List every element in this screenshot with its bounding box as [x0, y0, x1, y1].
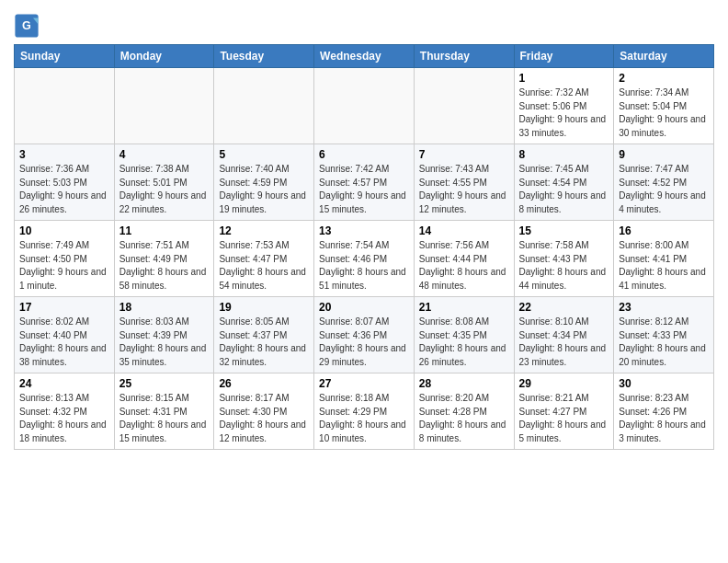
- day-detail: Sunrise: 7:56 AM Sunset: 4:44 PM Dayligh…: [419, 239, 509, 293]
- calendar-cell: 6Sunrise: 7:42 AM Sunset: 4:57 PM Daylig…: [314, 144, 415, 221]
- svg-text:G: G: [22, 19, 31, 32]
- day-detail: Sunrise: 8:15 AM Sunset: 4:31 PM Dayligh…: [119, 392, 210, 445]
- day-number: 19: [219, 301, 309, 314]
- calendar-cell: 15Sunrise: 7:58 AM Sunset: 4:43 PM Dayli…: [514, 221, 614, 297]
- calendar-cell: 18Sunrise: 8:03 AM Sunset: 4:39 PM Dayli…: [114, 297, 214, 373]
- day-number: 17: [19, 301, 109, 314]
- calendar-cell: 5Sunrise: 7:40 AM Sunset: 4:59 PM Daylig…: [214, 144, 314, 221]
- day-detail: Sunrise: 7:47 AM Sunset: 4:52 PM Dayligh…: [619, 163, 709, 216]
- day-detail: Sunrise: 7:53 AM Sunset: 4:47 PM Dayligh…: [219, 239, 309, 293]
- calendar-cell: 23Sunrise: 8:12 AM Sunset: 4:33 PM Dayli…: [614, 297, 714, 373]
- day-detail: Sunrise: 7:58 AM Sunset: 4:43 PM Dayligh…: [519, 239, 609, 293]
- calendar-cell: 4Sunrise: 7:38 AM Sunset: 5:01 PM Daylig…: [114, 144, 214, 221]
- day-detail: Sunrise: 7:51 AM Sunset: 4:49 PM Dayligh…: [119, 239, 210, 293]
- day-number: 9: [619, 148, 709, 161]
- day-number: 7: [419, 148, 509, 161]
- day-detail: Sunrise: 7:45 AM Sunset: 4:54 PM Dayligh…: [519, 163, 609, 216]
- logo-icon: G: [14, 13, 40, 39]
- day-detail: Sunrise: 7:43 AM Sunset: 4:55 PM Dayligh…: [419, 163, 509, 216]
- calendar-cell: 2Sunrise: 7:34 AM Sunset: 5:04 PM Daylig…: [614, 68, 714, 144]
- calendar-cell: 1Sunrise: 7:32 AM Sunset: 5:06 PM Daylig…: [514, 68, 614, 144]
- day-detail: Sunrise: 7:42 AM Sunset: 4:57 PM Dayligh…: [319, 163, 409, 216]
- calendar-cell: 20Sunrise: 8:07 AM Sunset: 4:36 PM Dayli…: [314, 297, 415, 373]
- day-detail: Sunrise: 8:08 AM Sunset: 4:35 PM Dayligh…: [419, 316, 509, 369]
- day-number: 13: [319, 224, 409, 237]
- calendar-cell: 29Sunrise: 8:21 AM Sunset: 4:27 PM Dayli…: [514, 373, 614, 450]
- day-detail: Sunrise: 8:03 AM Sunset: 4:39 PM Dayligh…: [119, 316, 210, 369]
- calendar-cell: 14Sunrise: 7:56 AM Sunset: 4:44 PM Dayli…: [414, 221, 514, 297]
- day-detail: Sunrise: 8:02 AM Sunset: 4:40 PM Dayligh…: [19, 316, 109, 369]
- day-number: 10: [19, 224, 109, 237]
- calendar-cell: [114, 68, 214, 144]
- weekday-header: Thursday: [414, 45, 514, 68]
- day-number: 29: [519, 377, 609, 390]
- day-number: 1: [519, 72, 609, 85]
- calendar-row: 10Sunrise: 7:49 AM Sunset: 4:50 PM Dayli…: [15, 221, 714, 297]
- calendar-cell: 28Sunrise: 8:20 AM Sunset: 4:28 PM Dayli…: [414, 373, 514, 450]
- day-number: 2: [619, 72, 709, 85]
- calendar-cell: 8Sunrise: 7:45 AM Sunset: 4:54 PM Daylig…: [514, 144, 614, 221]
- day-number: 6: [319, 148, 409, 161]
- day-detail: Sunrise: 8:18 AM Sunset: 4:29 PM Dayligh…: [319, 392, 409, 445]
- day-detail: Sunrise: 7:36 AM Sunset: 5:03 PM Dayligh…: [19, 163, 109, 216]
- weekday-header: Saturday: [614, 45, 714, 68]
- day-detail: Sunrise: 7:38 AM Sunset: 5:01 PM Dayligh…: [119, 163, 210, 216]
- day-number: 12: [219, 224, 309, 237]
- calendar-cell: 25Sunrise: 8:15 AM Sunset: 4:31 PM Dayli…: [114, 373, 214, 450]
- day-detail: Sunrise: 8:07 AM Sunset: 4:36 PM Dayligh…: [319, 316, 409, 369]
- calendar-row: 24Sunrise: 8:13 AM Sunset: 4:32 PM Dayli…: [15, 373, 714, 450]
- day-detail: Sunrise: 8:20 AM Sunset: 4:28 PM Dayligh…: [419, 392, 509, 445]
- calendar-cell: 3Sunrise: 7:36 AM Sunset: 5:03 PM Daylig…: [15, 144, 115, 221]
- page-header: G: [14, 9, 714, 39]
- calendar-cell: 7Sunrise: 7:43 AM Sunset: 4:55 PM Daylig…: [414, 144, 514, 221]
- day-number: 4: [119, 148, 210, 161]
- day-detail: Sunrise: 8:21 AM Sunset: 4:27 PM Dayligh…: [519, 392, 609, 445]
- day-number: 30: [619, 377, 709, 390]
- weekday-header: Tuesday: [214, 45, 314, 68]
- calendar-row: 1Sunrise: 7:32 AM Sunset: 5:06 PM Daylig…: [15, 68, 714, 144]
- calendar-cell: 16Sunrise: 8:00 AM Sunset: 4:41 PM Dayli…: [614, 221, 714, 297]
- calendar-cell: [314, 68, 415, 144]
- day-number: 28: [419, 377, 509, 390]
- day-detail: Sunrise: 8:12 AM Sunset: 4:33 PM Dayligh…: [619, 316, 709, 369]
- day-detail: Sunrise: 8:05 AM Sunset: 4:37 PM Dayligh…: [219, 316, 309, 369]
- calendar-cell: 21Sunrise: 8:08 AM Sunset: 4:35 PM Dayli…: [414, 297, 514, 373]
- day-number: 24: [19, 377, 109, 390]
- calendar-cell: 19Sunrise: 8:05 AM Sunset: 4:37 PM Dayli…: [214, 297, 314, 373]
- calendar-cell: 13Sunrise: 7:54 AM Sunset: 4:46 PM Dayli…: [314, 221, 415, 297]
- day-number: 22: [519, 301, 609, 314]
- calendar-cell: 27Sunrise: 8:18 AM Sunset: 4:29 PM Dayli…: [314, 373, 415, 450]
- day-detail: Sunrise: 7:49 AM Sunset: 4:50 PM Dayligh…: [19, 239, 109, 293]
- calendar-cell: 17Sunrise: 8:02 AM Sunset: 4:40 PM Dayli…: [15, 297, 115, 373]
- day-detail: Sunrise: 7:54 AM Sunset: 4:46 PM Dayligh…: [319, 239, 409, 293]
- calendar-table: SundayMondayTuesdayWednesdayThursdayFrid…: [14, 44, 714, 450]
- day-detail: Sunrise: 8:13 AM Sunset: 4:32 PM Dayligh…: [19, 392, 109, 445]
- calendar-cell: 12Sunrise: 7:53 AM Sunset: 4:47 PM Dayli…: [214, 221, 314, 297]
- day-number: 18: [119, 301, 210, 314]
- day-number: 8: [519, 148, 609, 161]
- day-number: 5: [219, 148, 309, 161]
- calendar-cell: 24Sunrise: 8:13 AM Sunset: 4:32 PM Dayli…: [15, 373, 115, 450]
- day-number: 27: [319, 377, 409, 390]
- calendar-cell: 10Sunrise: 7:49 AM Sunset: 4:50 PM Dayli…: [15, 221, 115, 297]
- day-detail: Sunrise: 8:23 AM Sunset: 4:26 PM Dayligh…: [619, 392, 709, 445]
- day-number: 26: [219, 377, 309, 390]
- weekday-header: Sunday: [15, 45, 115, 68]
- day-number: 15: [519, 224, 609, 237]
- day-detail: Sunrise: 7:34 AM Sunset: 5:04 PM Dayligh…: [619, 86, 709, 140]
- day-detail: Sunrise: 8:17 AM Sunset: 4:30 PM Dayligh…: [219, 392, 309, 445]
- calendar-body: 1Sunrise: 7:32 AM Sunset: 5:06 PM Daylig…: [15, 68, 714, 450]
- weekday-header: Friday: [514, 45, 614, 68]
- day-number: 16: [619, 224, 709, 237]
- calendar-cell: 26Sunrise: 8:17 AM Sunset: 4:30 PM Dayli…: [214, 373, 314, 450]
- calendar-cell: 30Sunrise: 8:23 AM Sunset: 4:26 PM Dayli…: [614, 373, 714, 450]
- day-number: 23: [619, 301, 709, 314]
- day-detail: Sunrise: 8:00 AM Sunset: 4:41 PM Dayligh…: [619, 239, 709, 293]
- day-detail: Sunrise: 7:40 AM Sunset: 4:59 PM Dayligh…: [219, 163, 309, 216]
- day-detail: Sunrise: 8:10 AM Sunset: 4:34 PM Dayligh…: [519, 316, 609, 369]
- day-number: 14: [419, 224, 509, 237]
- calendar-cell: [414, 68, 514, 144]
- day-number: 3: [19, 148, 109, 161]
- calendar-cell: [214, 68, 314, 144]
- calendar-cell: 22Sunrise: 8:10 AM Sunset: 4:34 PM Dayli…: [514, 297, 614, 373]
